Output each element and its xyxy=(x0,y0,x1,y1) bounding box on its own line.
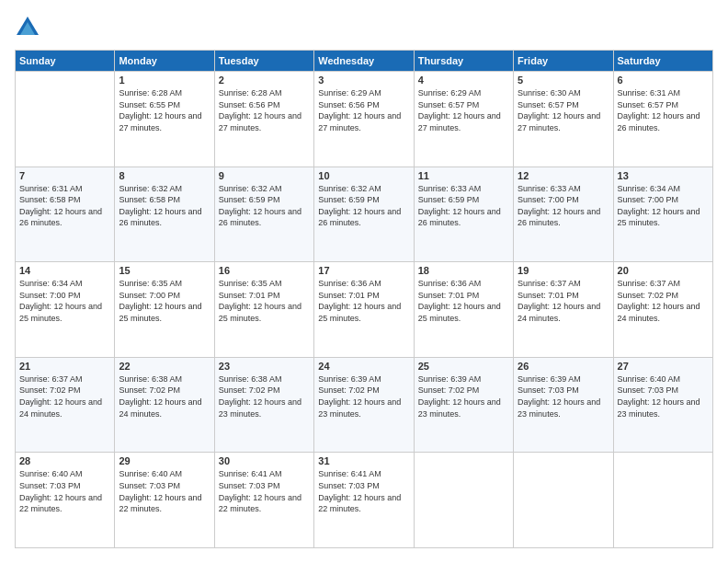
day-info: Sunrise: 6:40 AMSunset: 7:03 PMDaylight:… xyxy=(119,468,210,514)
day-info: Sunrise: 6:32 AMSunset: 6:58 PMDaylight:… xyxy=(119,183,210,229)
week-row-2: 14Sunrise: 6:34 AMSunset: 7:00 PMDayligh… xyxy=(16,262,713,358)
logo-icon xyxy=(15,15,40,40)
day-cell-22: 22Sunrise: 6:38 AMSunset: 7:02 PMDayligh… xyxy=(115,357,214,453)
day-info: Sunrise: 6:35 AMSunset: 7:01 PMDaylight:… xyxy=(219,278,310,324)
day-info: Sunrise: 6:38 AMSunset: 7:02 PMDaylight:… xyxy=(119,373,210,419)
day-info: Sunrise: 6:34 AMSunset: 7:00 PMDaylight:… xyxy=(618,183,709,229)
day-number: 10 xyxy=(318,170,409,181)
day-cell-4: 4Sunrise: 6:29 AMSunset: 6:57 PMDaylight… xyxy=(414,72,513,167)
day-info: Sunrise: 6:41 AMSunset: 7:03 PMDaylight:… xyxy=(318,468,409,514)
day-number: 17 xyxy=(318,265,409,276)
weekday-header-friday: Friday xyxy=(514,51,613,72)
day-info: Sunrise: 6:37 AMSunset: 7:01 PMDaylight:… xyxy=(518,278,609,324)
weekday-header-monday: Monday xyxy=(115,51,214,72)
day-cell-14: 14Sunrise: 6:34 AMSunset: 7:00 PMDayligh… xyxy=(16,262,115,358)
day-cell-18: 18Sunrise: 6:36 AMSunset: 7:01 PMDayligh… xyxy=(414,262,513,358)
week-row-0: 1Sunrise: 6:28 AMSunset: 6:55 PMDaylight… xyxy=(16,72,713,167)
day-cell-23: 23Sunrise: 6:38 AMSunset: 7:02 PMDayligh… xyxy=(214,357,313,453)
day-info: Sunrise: 6:32 AMSunset: 6:59 PMDaylight:… xyxy=(219,183,310,229)
day-info: Sunrise: 6:36 AMSunset: 7:01 PMDaylight:… xyxy=(418,278,509,324)
day-info: Sunrise: 6:39 AMSunset: 7:02 PMDaylight:… xyxy=(418,373,509,419)
day-number: 26 xyxy=(518,361,609,372)
header xyxy=(15,15,713,40)
day-info: Sunrise: 6:30 AMSunset: 6:57 PMDaylight:… xyxy=(518,87,609,133)
day-info: Sunrise: 6:33 AMSunset: 6:59 PMDaylight:… xyxy=(418,183,509,229)
day-number: 4 xyxy=(418,75,509,86)
day-info: Sunrise: 6:39 AMSunset: 7:03 PMDaylight:… xyxy=(518,373,609,419)
day-number: 8 xyxy=(119,170,210,181)
day-number: 29 xyxy=(119,455,210,466)
day-cell-12: 12Sunrise: 6:33 AMSunset: 7:00 PMDayligh… xyxy=(514,167,613,262)
day-number: 12 xyxy=(518,170,609,181)
day-info: Sunrise: 6:41 AMSunset: 7:03 PMDaylight:… xyxy=(219,468,310,514)
day-number: 31 xyxy=(318,455,409,466)
day-cell-13: 13Sunrise: 6:34 AMSunset: 7:00 PMDayligh… xyxy=(613,167,712,262)
empty-cell xyxy=(613,453,712,548)
week-row-3: 21Sunrise: 6:37 AMSunset: 7:02 PMDayligh… xyxy=(16,357,713,453)
day-cell-9: 9Sunrise: 6:32 AMSunset: 6:59 PMDaylight… xyxy=(214,167,313,262)
weekday-header-wednesday: Wednesday xyxy=(314,51,414,72)
empty-cell xyxy=(16,72,115,167)
day-cell-6: 6Sunrise: 6:31 AMSunset: 6:57 PMDaylight… xyxy=(613,72,712,167)
day-info: Sunrise: 6:31 AMSunset: 6:58 PMDaylight:… xyxy=(19,183,110,229)
day-cell-24: 24Sunrise: 6:39 AMSunset: 7:02 PMDayligh… xyxy=(314,357,414,453)
day-cell-5: 5Sunrise: 6:30 AMSunset: 6:57 PMDaylight… xyxy=(514,72,613,167)
day-cell-7: 7Sunrise: 6:31 AMSunset: 6:58 PMDaylight… xyxy=(16,167,115,262)
day-info: Sunrise: 6:28 AMSunset: 6:55 PMDaylight:… xyxy=(119,87,210,133)
day-info: Sunrise: 6:29 AMSunset: 6:56 PMDaylight:… xyxy=(318,87,409,133)
day-number: 19 xyxy=(518,265,609,276)
day-number: 6 xyxy=(618,75,709,86)
day-info: Sunrise: 6:29 AMSunset: 6:57 PMDaylight:… xyxy=(418,87,509,133)
day-cell-3: 3Sunrise: 6:29 AMSunset: 6:56 PMDaylight… xyxy=(314,72,414,167)
day-info: Sunrise: 6:40 AMSunset: 7:03 PMDaylight:… xyxy=(618,373,709,419)
day-info: Sunrise: 6:37 AMSunset: 7:02 PMDaylight:… xyxy=(19,373,110,419)
day-cell-15: 15Sunrise: 6:35 AMSunset: 7:00 PMDayligh… xyxy=(115,262,214,358)
day-info: Sunrise: 6:38 AMSunset: 7:02 PMDaylight:… xyxy=(219,373,310,419)
weekday-header-sunday: Sunday xyxy=(16,51,115,72)
day-cell-28: 28Sunrise: 6:40 AMSunset: 7:03 PMDayligh… xyxy=(16,453,115,548)
day-number: 27 xyxy=(618,361,709,372)
weekday-header-row: SundayMondayTuesdayWednesdayThursdayFrid… xyxy=(16,51,713,72)
day-number: 16 xyxy=(219,265,310,276)
day-number: 23 xyxy=(219,361,310,372)
day-cell-8: 8Sunrise: 6:32 AMSunset: 6:58 PMDaylight… xyxy=(115,167,214,262)
day-cell-21: 21Sunrise: 6:37 AMSunset: 7:02 PMDayligh… xyxy=(16,357,115,453)
day-number: 22 xyxy=(119,361,210,372)
day-number: 1 xyxy=(119,75,210,86)
day-info: Sunrise: 6:40 AMSunset: 7:03 PMDaylight:… xyxy=(19,468,110,514)
day-info: Sunrise: 6:39 AMSunset: 7:02 PMDaylight:… xyxy=(318,373,409,419)
day-number: 18 xyxy=(418,265,509,276)
day-cell-10: 10Sunrise: 6:32 AMSunset: 6:59 PMDayligh… xyxy=(314,167,414,262)
weekday-header-thursday: Thursday xyxy=(414,51,513,72)
day-info: Sunrise: 6:37 AMSunset: 7:02 PMDaylight:… xyxy=(618,278,709,324)
day-info: Sunrise: 6:35 AMSunset: 7:00 PMDaylight:… xyxy=(119,278,210,324)
day-number: 13 xyxy=(618,170,709,181)
day-info: Sunrise: 6:36 AMSunset: 7:01 PMDaylight:… xyxy=(318,278,409,324)
day-cell-20: 20Sunrise: 6:37 AMSunset: 7:02 PMDayligh… xyxy=(613,262,712,358)
day-number: 9 xyxy=(219,170,310,181)
week-row-1: 7Sunrise: 6:31 AMSunset: 6:58 PMDaylight… xyxy=(16,167,713,262)
day-number: 2 xyxy=(219,75,310,86)
day-cell-16: 16Sunrise: 6:35 AMSunset: 7:01 PMDayligh… xyxy=(214,262,313,358)
day-cell-25: 25Sunrise: 6:39 AMSunset: 7:02 PMDayligh… xyxy=(414,357,513,453)
logo xyxy=(15,15,42,40)
day-number: 7 xyxy=(19,170,110,181)
day-cell-1: 1Sunrise: 6:28 AMSunset: 6:55 PMDaylight… xyxy=(115,72,214,167)
page: SundayMondayTuesdayWednesdayThursdayFrid… xyxy=(0,0,728,563)
day-cell-19: 19Sunrise: 6:37 AMSunset: 7:01 PMDayligh… xyxy=(514,262,613,358)
day-info: Sunrise: 6:31 AMSunset: 6:57 PMDaylight:… xyxy=(618,87,709,133)
day-cell-26: 26Sunrise: 6:39 AMSunset: 7:03 PMDayligh… xyxy=(514,357,613,453)
week-row-4: 28Sunrise: 6:40 AMSunset: 7:03 PMDayligh… xyxy=(16,453,713,548)
empty-cell xyxy=(414,453,513,548)
weekday-header-saturday: Saturday xyxy=(613,51,712,72)
day-number: 15 xyxy=(119,265,210,276)
day-number: 21 xyxy=(19,361,110,372)
day-cell-17: 17Sunrise: 6:36 AMSunset: 7:01 PMDayligh… xyxy=(314,262,414,358)
day-info: Sunrise: 6:32 AMSunset: 6:59 PMDaylight:… xyxy=(318,183,409,229)
day-number: 20 xyxy=(618,265,709,276)
day-number: 30 xyxy=(219,455,310,466)
empty-cell xyxy=(514,453,613,548)
day-number: 3 xyxy=(318,75,409,86)
day-cell-29: 29Sunrise: 6:40 AMSunset: 7:03 PMDayligh… xyxy=(115,453,214,548)
weekday-header-tuesday: Tuesday xyxy=(214,51,313,72)
